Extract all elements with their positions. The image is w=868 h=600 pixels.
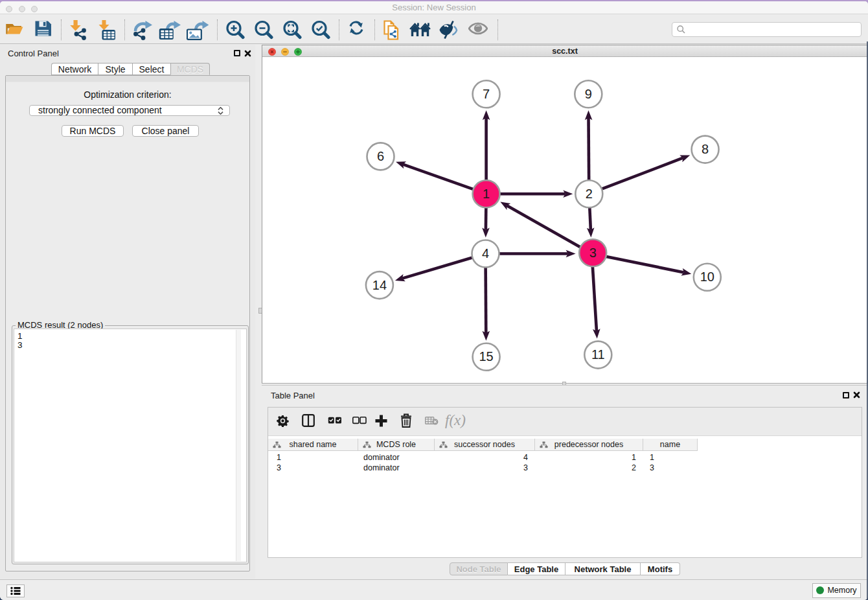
svg-text:8: 8 [702,142,709,156]
svg-text:6: 6 [377,149,384,163]
svg-text:14: 14 [372,278,387,292]
svg-text:15: 15 [479,349,493,363]
svg-text:4: 4 [482,246,489,260]
svg-text:1: 1 [483,187,490,201]
svg-text:10: 10 [700,270,714,284]
svg-text:3: 3 [589,246,597,260]
svg-text:2: 2 [586,187,593,201]
svg-text:7: 7 [483,87,490,101]
svg-text:9: 9 [585,87,592,101]
svg-text:11: 11 [591,347,605,362]
